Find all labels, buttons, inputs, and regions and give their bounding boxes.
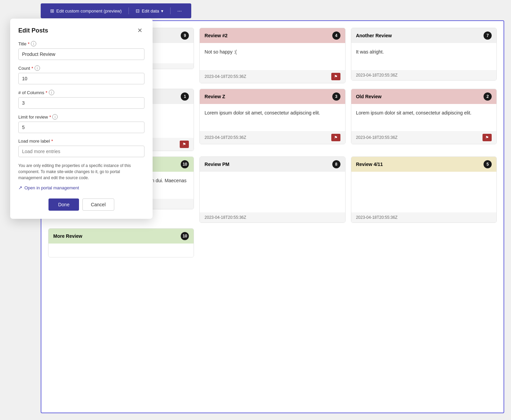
toolbar-divider <box>129 7 129 14</box>
required-marker: * <box>28 41 30 46</box>
card-badge: 8 <box>332 160 340 168</box>
card-date: 2023-04-18T20:55:36Z <box>356 135 398 140</box>
card-title: Review 4/11 <box>356 162 383 167</box>
card-body: Lorem ipsum dolor sit amet, consectetur … <box>200 104 345 131</box>
card-header: Review #2 4 <box>200 28 345 43</box>
card-date: 2023-04-18T20:55:36Z <box>204 215 246 220</box>
card-body <box>200 172 345 212</box>
title-input[interactable] <box>18 48 144 60</box>
count-field-group: Count * i <box>18 65 144 84</box>
data-icon: ⊟ <box>136 8 140 14</box>
columns-label: # of Columns * i <box>18 90 144 95</box>
card-title: More Review <box>53 233 82 239</box>
card-title: Review PM <box>204 162 229 167</box>
card-footer: 2023-04-18T20:55:36Z <box>200 212 345 223</box>
card-body <box>48 244 194 257</box>
component-icon: ⊞ <box>50 8 54 14</box>
more-options-button[interactable]: ⋯ <box>173 6 186 16</box>
card-header: Another Review 7 <box>351 28 496 43</box>
toolbar: ⊞ Edit custom component (preview) ⊟ Edit… <box>41 3 191 18</box>
card-footer: 2023-04-18T20:55:36Z ⚑ <box>200 70 345 83</box>
card-badge: 10 <box>181 232 189 240</box>
modal-actions: Done Cancel <box>18 198 144 211</box>
columns-info-icon: i <box>49 90 54 95</box>
edit-custom-component-button[interactable]: ⊞ Edit custom component (preview) <box>46 6 126 16</box>
card-body: Lorem ipsum dolor sit amet, consectetur … <box>351 104 496 131</box>
count-info-icon: i <box>35 65 40 71</box>
title-label: Title * i <box>18 41 144 46</box>
flag-button[interactable]: ⚑ <box>331 134 340 141</box>
card-footer: 2023-04-18T20:55:36Z ⚑ <box>351 131 496 144</box>
load-more-label: Load more label * <box>18 139 144 144</box>
required-marker: * <box>49 114 51 120</box>
limit-info-icon: i <box>52 114 58 120</box>
limit-label: Limit for review * i <box>18 114 144 120</box>
card-date: 2023-04-18T20:55:36Z <box>204 74 246 79</box>
columns-field-group: # of Columns * i <box>18 90 144 109</box>
required-marker: * <box>32 66 33 71</box>
modal-title: Edit Posts <box>18 27 48 34</box>
close-modal-button[interactable]: ✕ <box>135 27 144 34</box>
card-body <box>351 172 496 212</box>
modal-note: You are only editing the properties of a… <box>18 163 144 181</box>
card-title: Review #2 <box>204 33 228 38</box>
card-date: 2023-04-18T20:55:36Z <box>356 215 398 220</box>
card-header: Old Review 2 <box>351 89 496 104</box>
card-body: Not so happy :( <box>200 43 345 70</box>
card-header: Review Z 3 <box>200 89 345 104</box>
old-review-card: Old Review 2 Lorem ipsum dolor sit amet,… <box>351 89 497 151</box>
flag-button[interactable]: ⚑ <box>331 73 340 80</box>
count-label: Count * i <box>18 65 144 71</box>
required-marker: * <box>46 90 47 95</box>
card-header: Review PM 8 <box>200 157 345 172</box>
modal-overlay: Edit Posts ✕ Title * i Count * i # of C <box>10 19 153 219</box>
card-body: It was alright. <box>351 43 496 70</box>
card-badge: 7 <box>484 31 492 40</box>
cancel-button[interactable]: Cancel <box>82 198 114 211</box>
card-footer: 2023-04-18T20:55:36Z ⚑ <box>200 131 345 144</box>
card-header: Review 4/11 5 <box>351 157 496 172</box>
count-input[interactable] <box>18 73 144 84</box>
portal-management-link[interactable]: ↗ Open in portal management <box>18 185 144 190</box>
card-footer: 2023-04-18T20:55:36Z <box>351 70 496 80</box>
title-field-group: Title * i <box>18 41 144 60</box>
card-badge: 10 <box>181 160 189 168</box>
edit-posts-modal: Edit Posts ✕ Title * i Count * i # of C <box>10 19 153 219</box>
card-badge: 1 <box>181 92 189 101</box>
card-title: Another Review <box>356 33 392 38</box>
card-badge: 5 <box>484 160 492 168</box>
modal-header: Edit Posts ✕ <box>18 27 144 34</box>
another-review-card: Another Review 7 It was alright. 2023-04… <box>351 28 497 83</box>
load-more-input[interactable] <box>18 146 144 157</box>
flag-button[interactable]: ⚑ <box>180 141 189 148</box>
review-pm-card: Review PM 8 2023-04-18T20:55:36Z <box>199 156 345 223</box>
card-badge: 4 <box>332 31 340 40</box>
more-icon: ⋯ <box>177 8 182 14</box>
card-date: 2023-04-18T20:55:36Z <box>204 135 246 140</box>
required-marker: * <box>51 139 53 144</box>
columns-input[interactable] <box>18 97 144 109</box>
review-card-2: Review #2 4 Not so happy :( 2023-04-18T2… <box>199 28 345 83</box>
card-date: 2023-04-18T20:55:36Z <box>356 73 398 78</box>
edit-data-button[interactable]: ⊟ Edit data ▾ <box>132 6 168 16</box>
chevron-down-icon: ▾ <box>161 8 163 14</box>
title-info-icon: i <box>31 41 36 46</box>
load-more-field-group: Load more label * <box>18 139 144 157</box>
limit-input[interactable] <box>18 122 144 133</box>
flag-button[interactable]: ⚑ <box>483 134 492 141</box>
toolbar-divider-2 <box>170 7 171 14</box>
done-button[interactable]: Done <box>48 198 79 211</box>
limit-field-group: Limit for review * i <box>18 114 144 133</box>
external-link-icon: ↗ <box>18 185 22 190</box>
card-badge: 9 <box>181 31 189 40</box>
card-header: More Review 10 <box>48 229 194 244</box>
review-z-card: Review Z 3 Lorem ipsum dolor sit amet, c… <box>199 89 345 151</box>
review-411-card: Review 4/11 5 2023-04-18T20:55:36Z <box>351 156 497 223</box>
card-footer: 2023-04-18T20:55:36Z <box>351 212 496 223</box>
more-review-card: More Review 10 <box>48 228 194 257</box>
card-badge: 3 <box>332 92 340 101</box>
card-badge: 2 <box>484 92 492 101</box>
card-title: Old Review <box>356 94 381 99</box>
card-title: Review Z <box>204 94 225 99</box>
